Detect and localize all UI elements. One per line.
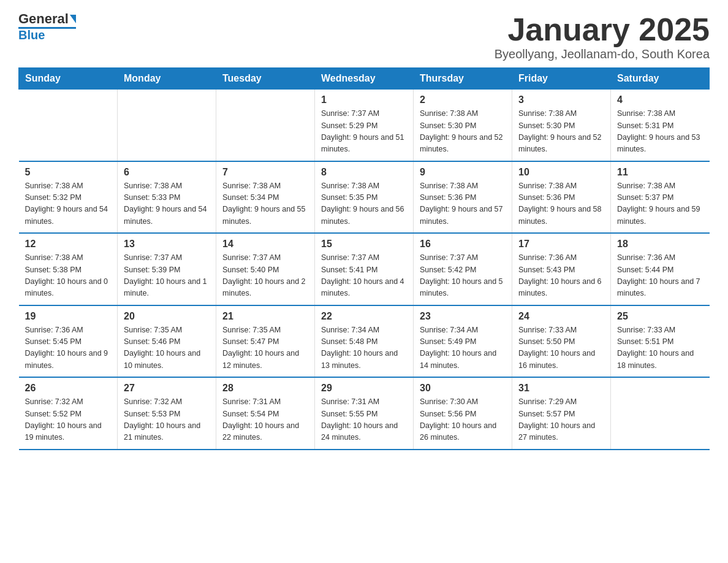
day-number: 4 xyxy=(617,94,703,105)
day-number: 24 xyxy=(518,311,604,322)
calendar-cell: 9Sunrise: 7:38 AMSunset: 5:36 PMDaylight… xyxy=(414,161,512,234)
logo: General Blue xyxy=(18,12,76,41)
day-number: 5 xyxy=(25,167,112,178)
day-info: Sunrise: 7:36 AMSunset: 5:45 PMDaylight:… xyxy=(25,324,112,372)
day-info: Sunrise: 7:37 AMSunset: 5:41 PMDaylight:… xyxy=(321,252,407,300)
calendar-cell: 21Sunrise: 7:35 AMSunset: 5:47 PMDayligh… xyxy=(216,305,315,378)
calendar-week-5: 26Sunrise: 7:32 AMSunset: 5:52 PMDayligh… xyxy=(19,377,710,450)
calendar-header: Sunday Monday Tuesday Wednesday Thursday… xyxy=(19,68,710,90)
page-header: General Blue January 2025 Byeollyang, Je… xyxy=(18,12,710,61)
calendar-cell: 25Sunrise: 7:33 AMSunset: 5:51 PMDayligh… xyxy=(611,305,710,378)
day-number: 11 xyxy=(617,167,703,178)
day-number: 15 xyxy=(321,239,407,250)
header-tuesday: Tuesday xyxy=(216,68,315,90)
day-number: 1 xyxy=(321,94,407,105)
header-monday: Monday xyxy=(118,68,216,90)
calendar-cell: 10Sunrise: 7:38 AMSunset: 5:36 PMDayligh… xyxy=(512,161,611,234)
day-info: Sunrise: 7:38 AMSunset: 5:33 PMDaylight:… xyxy=(124,180,210,228)
calendar-cell xyxy=(118,90,216,161)
day-info: Sunrise: 7:35 AMSunset: 5:46 PMDaylight:… xyxy=(124,324,210,372)
day-info: Sunrise: 7:37 AMSunset: 5:40 PMDaylight:… xyxy=(222,252,308,300)
day-info: Sunrise: 7:34 AMSunset: 5:49 PMDaylight:… xyxy=(420,324,506,372)
day-number: 6 xyxy=(124,167,210,178)
day-info: Sunrise: 7:38 AMSunset: 5:30 PMDaylight:… xyxy=(420,108,506,156)
title-block: January 2025 Byeollyang, Jeollanam-do, S… xyxy=(495,12,710,61)
day-number: 10 xyxy=(518,167,604,178)
day-info: Sunrise: 7:38 AMSunset: 5:30 PMDaylight:… xyxy=(518,108,604,156)
calendar-cell: 4Sunrise: 7:38 AMSunset: 5:31 PMDaylight… xyxy=(611,90,710,161)
calendar-cell xyxy=(611,377,710,450)
calendar-cell: 29Sunrise: 7:31 AMSunset: 5:55 PMDayligh… xyxy=(315,377,414,450)
day-number: 23 xyxy=(420,311,506,322)
day-number: 3 xyxy=(518,94,604,105)
day-info: Sunrise: 7:36 AMSunset: 5:44 PMDaylight:… xyxy=(617,252,703,300)
calendar-cell: 11Sunrise: 7:38 AMSunset: 5:37 PMDayligh… xyxy=(611,161,710,234)
calendar-cell: 26Sunrise: 7:32 AMSunset: 5:52 PMDayligh… xyxy=(19,377,118,450)
day-info: Sunrise: 7:32 AMSunset: 5:53 PMDaylight:… xyxy=(124,396,210,444)
calendar-cell: 28Sunrise: 7:31 AMSunset: 5:54 PMDayligh… xyxy=(216,377,315,450)
calendar-cell: 15Sunrise: 7:37 AMSunset: 5:41 PMDayligh… xyxy=(315,233,414,305)
day-info: Sunrise: 7:38 AMSunset: 5:36 PMDaylight:… xyxy=(420,180,506,228)
calendar-cell: 8Sunrise: 7:38 AMSunset: 5:35 PMDaylight… xyxy=(315,161,414,234)
day-number: 25 xyxy=(617,311,703,322)
day-number: 8 xyxy=(321,167,407,178)
calendar-cell xyxy=(216,90,315,161)
calendar-cell: 23Sunrise: 7:34 AMSunset: 5:49 PMDayligh… xyxy=(414,305,512,378)
day-info: Sunrise: 7:38 AMSunset: 5:31 PMDaylight:… xyxy=(617,108,703,156)
day-number: 22 xyxy=(321,311,407,322)
day-number: 31 xyxy=(518,383,604,394)
calendar-week-3: 12Sunrise: 7:38 AMSunset: 5:38 PMDayligh… xyxy=(19,233,710,305)
logo-blue-text: Blue xyxy=(18,29,45,41)
day-number: 20 xyxy=(124,311,210,322)
day-info: Sunrise: 7:30 AMSunset: 5:56 PMDaylight:… xyxy=(420,396,506,444)
calendar-cell: 17Sunrise: 7:36 AMSunset: 5:43 PMDayligh… xyxy=(512,233,611,305)
calendar-week-1: 1Sunrise: 7:37 AMSunset: 5:29 PMDaylight… xyxy=(19,90,710,161)
day-info: Sunrise: 7:31 AMSunset: 5:55 PMDaylight:… xyxy=(321,396,407,444)
calendar-cell: 5Sunrise: 7:38 AMSunset: 5:32 PMDaylight… xyxy=(19,161,118,234)
day-number: 26 xyxy=(25,383,112,394)
calendar-cell: 31Sunrise: 7:29 AMSunset: 5:57 PMDayligh… xyxy=(512,377,611,450)
calendar-week-4: 19Sunrise: 7:36 AMSunset: 5:45 PMDayligh… xyxy=(19,305,710,378)
calendar-cell: 2Sunrise: 7:38 AMSunset: 5:30 PMDaylight… xyxy=(414,90,512,161)
day-number: 12 xyxy=(25,239,112,250)
day-number: 19 xyxy=(25,311,112,322)
day-info: Sunrise: 7:32 AMSunset: 5:52 PMDaylight:… xyxy=(25,396,112,444)
calendar-cell: 6Sunrise: 7:38 AMSunset: 5:33 PMDaylight… xyxy=(118,161,216,234)
logo-triangle-icon xyxy=(70,15,76,23)
day-number: 7 xyxy=(222,167,308,178)
day-info: Sunrise: 7:34 AMSunset: 5:48 PMDaylight:… xyxy=(321,324,407,372)
header-sunday: Sunday xyxy=(19,68,118,90)
day-info: Sunrise: 7:37 AMSunset: 5:42 PMDaylight:… xyxy=(420,252,506,300)
day-info: Sunrise: 7:31 AMSunset: 5:54 PMDaylight:… xyxy=(222,396,308,444)
day-info: Sunrise: 7:38 AMSunset: 5:32 PMDaylight:… xyxy=(25,180,112,228)
day-info: Sunrise: 7:38 AMSunset: 5:34 PMDaylight:… xyxy=(222,180,308,228)
location-text: Byeollyang, Jeollanam-do, South Korea xyxy=(495,47,710,61)
calendar-cell: 19Sunrise: 7:36 AMSunset: 5:45 PMDayligh… xyxy=(19,305,118,378)
month-title: January 2025 xyxy=(495,12,710,47)
calendar-cell: 14Sunrise: 7:37 AMSunset: 5:40 PMDayligh… xyxy=(216,233,315,305)
day-info: Sunrise: 7:36 AMSunset: 5:43 PMDaylight:… xyxy=(518,252,604,300)
day-number: 9 xyxy=(420,167,506,178)
days-row: Sunday Monday Tuesday Wednesday Thursday… xyxy=(19,68,710,90)
logo-general-text: General xyxy=(18,12,69,26)
calendar-cell: 20Sunrise: 7:35 AMSunset: 5:46 PMDayligh… xyxy=(118,305,216,378)
day-number: 18 xyxy=(617,239,703,250)
day-number: 29 xyxy=(321,383,407,394)
calendar-cell: 27Sunrise: 7:32 AMSunset: 5:53 PMDayligh… xyxy=(118,377,216,450)
day-info: Sunrise: 7:37 AMSunset: 5:39 PMDaylight:… xyxy=(124,252,210,300)
day-info: Sunrise: 7:38 AMSunset: 5:35 PMDaylight:… xyxy=(321,180,407,228)
calendar-cell: 3Sunrise: 7:38 AMSunset: 5:30 PMDaylight… xyxy=(512,90,611,161)
day-info: Sunrise: 7:38 AMSunset: 5:37 PMDaylight:… xyxy=(617,180,703,228)
day-number: 21 xyxy=(222,311,308,322)
day-info: Sunrise: 7:35 AMSunset: 5:47 PMDaylight:… xyxy=(222,324,308,372)
day-number: 13 xyxy=(124,239,210,250)
calendar-cell: 30Sunrise: 7:30 AMSunset: 5:56 PMDayligh… xyxy=(414,377,512,450)
calendar-table: Sunday Monday Tuesday Wednesday Thursday… xyxy=(18,67,710,450)
day-info: Sunrise: 7:38 AMSunset: 5:36 PMDaylight:… xyxy=(518,180,604,228)
calendar-cell: 16Sunrise: 7:37 AMSunset: 5:42 PMDayligh… xyxy=(414,233,512,305)
day-info: Sunrise: 7:33 AMSunset: 5:51 PMDaylight:… xyxy=(617,324,703,372)
calendar-cell: 13Sunrise: 7:37 AMSunset: 5:39 PMDayligh… xyxy=(118,233,216,305)
day-info: Sunrise: 7:37 AMSunset: 5:29 PMDaylight:… xyxy=(321,108,407,156)
header-wednesday: Wednesday xyxy=(315,68,414,90)
day-info: Sunrise: 7:29 AMSunset: 5:57 PMDaylight:… xyxy=(518,396,604,444)
